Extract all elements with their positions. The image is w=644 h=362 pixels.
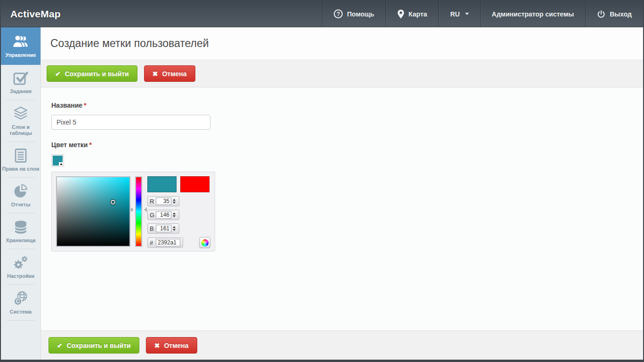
help-icon: ? bbox=[334, 9, 343, 18]
sidebar-item-label: Настройки bbox=[7, 273, 34, 279]
database-icon bbox=[12, 219, 29, 235]
sv-marker[interactable] bbox=[111, 200, 115, 205]
main-panel: Создание метки пользователей ✔ Сохранить… bbox=[41, 27, 643, 360]
sidebar-item-storage[interactable]: Хранилища bbox=[1, 214, 40, 248]
globe-icon: C bbox=[12, 291, 29, 307]
color-swatch-button[interactable] bbox=[51, 154, 64, 167]
picker-controls: R G B bbox=[147, 176, 210, 248]
hue-gradient-bar[interactable] bbox=[135, 176, 142, 247]
sidebar-item-label: Права на слои bbox=[2, 166, 40, 172]
sidebar-item-label: Система bbox=[10, 309, 32, 315]
name-input[interactable] bbox=[51, 115, 210, 130]
sidebar-item-label: Управление bbox=[5, 52, 36, 58]
logout-button[interactable]: Выход bbox=[585, 1, 643, 27]
caret-down-icon bbox=[465, 13, 469, 15]
sidebar-item-label: Отчеты bbox=[11, 202, 30, 208]
blue-input[interactable] bbox=[156, 225, 171, 232]
red-field: R bbox=[147, 196, 179, 206]
rgb-inputs: R G B bbox=[147, 196, 210, 234]
save-button[interactable]: ✔ Сохранить и выйти bbox=[47, 65, 137, 82]
sidebar-divider bbox=[7, 177, 35, 178]
cancel-button-bottom[interactable]: ✖ Отмена bbox=[146, 337, 197, 354]
hue-pointer-right-icon bbox=[144, 207, 147, 212]
green-field: G bbox=[147, 210, 179, 220]
red-stepper[interactable] bbox=[173, 199, 176, 204]
sidebar-item-label: Хранилища bbox=[6, 237, 36, 244]
red-label: R bbox=[150, 198, 156, 205]
sidebar: Управление Задания Слои и таблицы bbox=[1, 27, 41, 360]
toolbar-top: ✔ Сохранить и выйти ✖ Отмена bbox=[41, 60, 643, 87]
sidebar-item-tasks[interactable]: Задания bbox=[1, 65, 40, 99]
saturation-value-area[interactable] bbox=[56, 176, 130, 247]
gears-icon bbox=[12, 255, 29, 271]
logout-label: Выход bbox=[610, 10, 632, 18]
user-label: Администратор системы bbox=[492, 10, 574, 18]
users-icon bbox=[12, 34, 30, 50]
top-bar: ActiveMap ? Помощь Карта RU Администрато… bbox=[1, 1, 643, 27]
check-icon: ✔ bbox=[57, 342, 63, 349]
cancel-button-label: Отмена bbox=[164, 342, 188, 349]
sidebar-item-layer-rights[interactable]: Права на слои bbox=[1, 142, 40, 177]
picker-swatches bbox=[147, 176, 210, 192]
compare-color-preview[interactable] bbox=[180, 176, 209, 192]
current-color-preview bbox=[147, 176, 177, 192]
cancel-button-label: Отмена bbox=[162, 70, 186, 78]
document-icon bbox=[12, 148, 29, 164]
layers-icon bbox=[12, 106, 29, 122]
name-field-label: Название* bbox=[51, 102, 643, 109]
check-icon: ✔ bbox=[55, 70, 61, 78]
app-window: ActiveMap ? Помощь Карта RU Администрато… bbox=[0, 0, 644, 362]
checkbox-icon bbox=[12, 70, 29, 86]
cross-icon: ✖ bbox=[153, 70, 158, 78]
name-label-text: Название bbox=[51, 102, 82, 109]
sidebar-item-settings[interactable]: Настройки bbox=[1, 250, 40, 284]
sidebar-divider bbox=[7, 284, 35, 285]
sidebar-divider bbox=[7, 249, 35, 249]
sidebar-item-reports[interactable]: Отчеты bbox=[1, 178, 40, 212]
color-field-label: Цвет метки* bbox=[51, 141, 643, 149]
user-menu[interactable]: Администратор системы bbox=[480, 1, 586, 27]
svg-text:C: C bbox=[16, 298, 20, 305]
brand-logo[interactable]: ActiveMap bbox=[1, 1, 322, 27]
color-picker-panel: R G B bbox=[51, 172, 215, 252]
hue-slider[interactable] bbox=[130, 176, 147, 247]
top-nav: ? Помощь Карта RU Администратор системы bbox=[322, 1, 643, 27]
app-body: Управление Задания Слои и таблицы bbox=[1, 27, 643, 360]
color-wheel-icon bbox=[201, 239, 209, 246]
toolbar-bottom: ✔ Сохранить и выйти ✖ Отмена bbox=[41, 331, 643, 360]
form-area: Название* Цвет метки* bbox=[41, 87, 643, 331]
swatch-corner-arrow-icon bbox=[59, 162, 63, 166]
green-input[interactable] bbox=[156, 211, 171, 219]
map-button[interactable]: Карта bbox=[386, 1, 439, 27]
sidebar-item-management[interactable]: Управление bbox=[1, 27, 40, 65]
language-label: RU bbox=[450, 10, 459, 18]
hue-pointer-left-icon bbox=[131, 207, 134, 212]
sidebar-item-layers[interactable]: Слои и таблицы bbox=[1, 101, 40, 141]
sidebar-divider bbox=[7, 142, 35, 142]
cross-icon: ✖ bbox=[154, 342, 160, 349]
hex-label: # bbox=[150, 239, 156, 246]
green-label: G bbox=[150, 212, 156, 219]
cancel-button[interactable]: ✖ Отмена bbox=[144, 65, 195, 82]
save-button-bottom[interactable]: ✔ Сохранить и выйти bbox=[48, 337, 139, 354]
sidebar-divider bbox=[7, 213, 35, 213]
sidebar-divider bbox=[7, 100, 35, 100]
page-title-bar: Создание метки пользователей bbox=[41, 27, 643, 60]
map-label: Карта bbox=[409, 10, 427, 18]
help-button[interactable]: ? Помощь bbox=[322, 1, 386, 27]
green-stepper[interactable] bbox=[173, 212, 176, 217]
page-title: Создание метки пользователей bbox=[50, 37, 209, 50]
blue-stepper[interactable] bbox=[173, 226, 176, 231]
red-input[interactable] bbox=[156, 197, 171, 205]
sidebar-item-label: Слои и таблицы bbox=[2, 124, 40, 136]
power-icon bbox=[597, 10, 605, 18]
sidebar-divider bbox=[7, 320, 35, 321]
sidebar-item-system[interactable]: C Система bbox=[1, 285, 40, 320]
save-button-label: Сохранить и выйти bbox=[67, 342, 131, 349]
required-marker: * bbox=[89, 141, 91, 149]
color-wheel-button[interactable] bbox=[199, 237, 210, 248]
hex-input[interactable] bbox=[156, 239, 180, 246]
blue-label: B bbox=[150, 225, 156, 232]
language-dropdown[interactable]: RU bbox=[438, 1, 480, 27]
hex-row: # bbox=[147, 237, 210, 248]
